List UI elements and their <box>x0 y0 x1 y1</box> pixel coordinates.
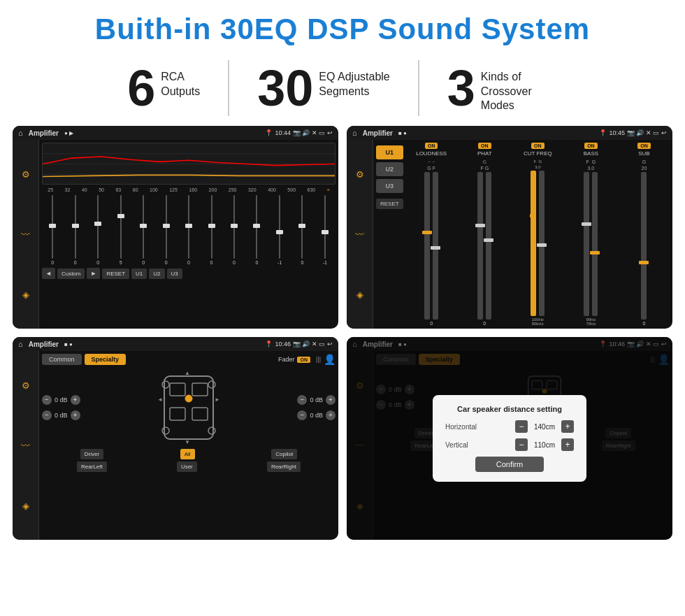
copilot-button[interactable]: Copilot <box>271 449 297 459</box>
tab-specialty[interactable]: Specialty <box>85 354 127 365</box>
crossover-content: ⚙ 〰 ◈ U1 U2 U3 RESET ON LOUDNESS <box>347 140 672 329</box>
svg-point-9 <box>162 381 169 388</box>
eq-slider-5: 0 <box>155 195 176 265</box>
bass-slider-1[interactable] <box>584 172 589 316</box>
tab-common[interactable]: Common <box>42 354 82 365</box>
eq-sliders-row: 0 0 0 5 0 <box>42 195 336 265</box>
person-icon: 👤 <box>324 354 336 365</box>
eq-prev-button[interactable]: ◄ <box>42 268 55 279</box>
db-fr-plus[interactable]: + <box>326 395 336 405</box>
svg-point-11 <box>162 427 169 434</box>
eq-next-button[interactable]: ► <box>87 268 100 279</box>
eq-icon-3[interactable]: ◈ <box>22 289 29 300</box>
fader-on-toggle[interactable]: ON <box>297 357 310 363</box>
stat-rca-label: RCA Outputs <box>161 70 200 99</box>
crossover-icon-2[interactable]: 〰 <box>355 229 364 240</box>
crossover-app-name: Amplifier <box>363 129 393 137</box>
eq-u2-button[interactable]: U2 <box>149 268 164 279</box>
eq-freq-labels: 2532405063 80100125160200 25032040050063… <box>42 187 336 192</box>
svg-point-10 <box>208 381 215 388</box>
phat-slider-1[interactable] <box>477 172 483 320</box>
crossover-icon-1[interactable]: ⚙ <box>356 169 364 180</box>
db-fl-minus[interactable]: − <box>42 395 52 405</box>
eq-slider-4: 0 <box>133 195 154 265</box>
eq-slider-2: 0 <box>87 195 108 265</box>
speaker-icon-3[interactable]: ◈ <box>22 501 29 511</box>
db-rr-value: 0 dB <box>310 412 323 419</box>
cutfreq-slider-2[interactable] <box>539 171 545 316</box>
speaker-home-icon[interactable]: ⌂ <box>18 340 23 348</box>
crossover-screen-card: ⌂ Amplifier ■ ● 📍 10:45 📷 🔊 ✕ ▭ ↩ ⚙ 〰 ◈ … <box>347 126 672 329</box>
db-fr-minus[interactable]: − <box>297 395 307 405</box>
speaker-icon-2[interactable]: 〰 <box>21 440 30 451</box>
db-rl-value: 0 dB <box>55 412 68 419</box>
channel-cutfreq: ON CUT FREQ F G 3.0 <box>512 143 563 326</box>
dialog-horizontal-plus[interactable]: + <box>561 420 574 433</box>
crossover-home-icon[interactable]: ⌂ <box>352 129 357 137</box>
eq-reset-button[interactable]: RESET <box>102 268 129 279</box>
speaker-status-icons: 📍 10:46 📷 🔊 ✕ ▭ ↩ <box>265 341 333 348</box>
left-db-col: − 0 dB + − 0 dB + <box>42 395 80 420</box>
bass-slider-2[interactable] <box>592 172 598 316</box>
speaker-left-sidebar: ⚙ 〰 ◈ <box>13 351 39 540</box>
eq-bottom-bar: ◄ Custom ► RESET U1 U2 U3 <box>42 268 336 279</box>
speaker-bottom-labels: Driver All Copilot <box>42 449 336 459</box>
cutfreq-slider-1[interactable] <box>531 171 536 316</box>
home-icon[interactable]: ⌂ <box>18 129 23 137</box>
eq-main-area: 2532405063 80100125160200 25032040050063… <box>39 140 338 329</box>
speaker-screen-card: ⌂ Amplifier ■ ● 📍 10:46 📷 🔊 ✕ ▭ ↩ ⚙ 〰 ◈ … <box>13 337 338 540</box>
eq-status-icons: 📍 10:44 📷 🔊 ✕ ▭ ↩ <box>265 129 333 136</box>
db-rl-minus[interactable]: − <box>42 410 52 420</box>
stat-eq: 30 EQ Adjustable Segments <box>229 63 418 113</box>
dialog-vertical-minus[interactable]: − <box>515 438 528 451</box>
channel-bass: ON BASS F G 3.0 <box>565 143 616 326</box>
dialog-overlay: Car speaker distance setting Horizontal … <box>347 337 672 540</box>
dialog-horizontal-minus[interactable]: − <box>515 420 528 433</box>
eq-custom-button[interactable]: Custom <box>57 268 85 279</box>
dialog-vertical-plus[interactable]: + <box>561 438 574 451</box>
user-button[interactable]: User <box>177 461 197 472</box>
dialog-screen-card: ⌂ Amplifier ■ ● 📍 10:46 📷 🔊 ✕ ▭ ↩ ⚙ 〰 ◈ … <box>347 337 672 540</box>
speaker-bottom-labels-2: RearLeft User RearRight <box>42 461 336 472</box>
loudness-slider-f[interactable] <box>433 172 438 320</box>
db-rr-minus[interactable]: − <box>297 410 307 420</box>
confirm-button[interactable]: Confirm <box>475 457 545 472</box>
db-rr-plus[interactable]: + <box>326 410 336 420</box>
cutfreq-label: CUT FREQ <box>524 150 552 157</box>
crossover-reset-button[interactable]: RESET <box>376 199 403 209</box>
db-fl-plus[interactable]: + <box>71 395 80 405</box>
eq-icon-2[interactable]: 〰 <box>21 229 30 240</box>
rearleft-button[interactable]: RearLeft <box>77 461 107 472</box>
crossover-u3-button[interactable]: U3 <box>376 179 403 193</box>
eq-slider-6: 0 <box>178 195 199 265</box>
sub-label: SUB <box>638 150 649 157</box>
fader-slider[interactable]: ||| <box>316 356 321 363</box>
eq-u3-button[interactable]: U3 <box>167 268 182 279</box>
u-buttons-panel: U1 U2 U3 RESET <box>376 143 403 326</box>
svg-text:▲: ▲ <box>185 370 190 376</box>
crossover-icon-3[interactable]: ◈ <box>356 289 363 300</box>
car-diagram: ▲ ▼ ◄ ► <box>86 369 292 446</box>
loudness-slider-g[interactable] <box>424 172 430 320</box>
crossover-u1-button[interactable]: U1 <box>376 145 403 159</box>
dialog-vertical-label: Vertical <box>445 441 487 449</box>
crossover-u2-button[interactable]: U2 <box>376 162 403 176</box>
dialog-box: Car speaker distance setting Horizontal … <box>433 395 586 482</box>
eq-status-bar: ⌂ Amplifier ● ▶ 📍 10:44 📷 🔊 ✕ ▭ ↩ <box>13 126 338 140</box>
eq-slider-7: 0 <box>201 195 222 265</box>
all-button[interactable]: All <box>180 449 195 459</box>
eq-slider-12: -1 <box>315 195 336 265</box>
stat-rca-number: 6 <box>127 63 155 113</box>
crossover-main-area: U1 U2 U3 RESET ON LOUDNESS ~ ~ GF <box>373 140 672 329</box>
sub-slider[interactable] <box>641 172 647 320</box>
eq-u1-button[interactable]: U1 <box>131 268 147 279</box>
eq-screen-card: ⌂ Amplifier ● ▶ 📍 10:44 📷 🔊 ✕ ▭ ↩ ⚙ 〰 ◈ <box>13 126 338 329</box>
speaker-icon-1[interactable]: ⚙ <box>22 380 30 391</box>
phat-slider-2[interactable] <box>486 172 491 320</box>
speaker-app-name: Amplifier <box>29 341 59 348</box>
driver-button[interactable]: Driver <box>80 449 103 459</box>
stat-rca: 6 RCA Outputs <box>99 63 228 113</box>
eq-icon-1[interactable]: ⚙ <box>22 169 30 180</box>
db-rl-plus[interactable]: + <box>71 410 80 420</box>
rearright-button[interactable]: RearRight <box>267 461 301 472</box>
